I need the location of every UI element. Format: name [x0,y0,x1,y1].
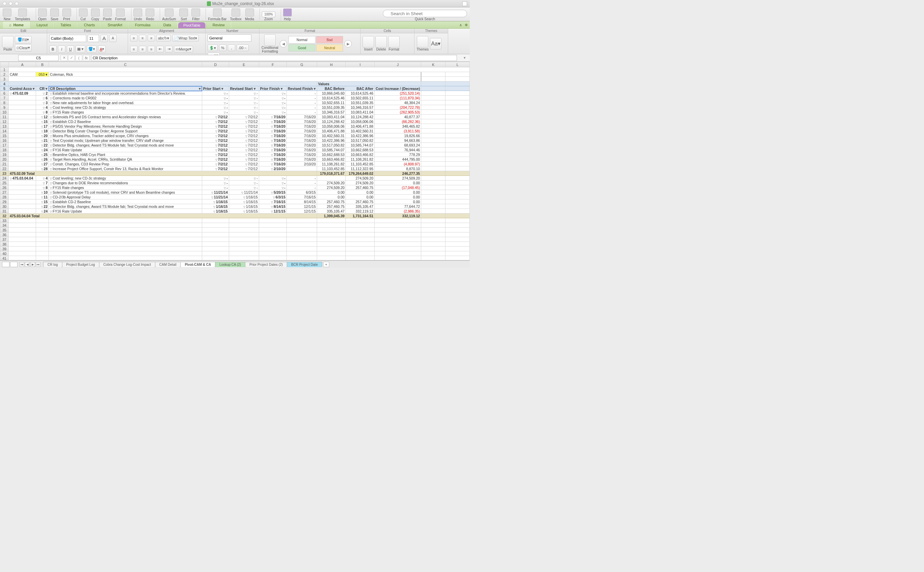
ribbon-tab-data[interactable]: Data [157,22,177,28]
sheet-tab-cam-detail[interactable]: CAM Detail [155,262,181,267]
conditional-formatting-button[interactable]: Conditional Formatting [261,34,278,53]
autosum-button[interactable]: AutoSum [162,8,176,21]
font-color-button[interactable]: A▾ [98,45,106,53]
normal-view-button[interactable] [2,262,9,267]
pivot-data-row[interactable]: 27▽10▽Solenoid (prototype TS coil module… [0,190,470,195]
media-button[interactable]: Media [245,8,254,21]
ribbon-tab-smartart[interactable]: SmartArt [101,22,128,28]
ribbon-tab-tables[interactable]: Tables [54,22,78,28]
col-L[interactable]: L [445,62,470,67]
style-prev-button[interactable]: ◀ [280,40,287,48]
pivot-data-row[interactable]: 17▽22▽Detector Bldg. changes; Award TS M… [0,143,470,148]
pivot-data-row[interactable]: 26▽8▽FY15 Rate changes▽-▽-▽--274,509.202… [0,185,470,190]
row-35[interactable]: 35 [0,228,470,232]
underline-button[interactable]: U [67,45,74,53]
col-I[interactable]: I [346,62,374,67]
cut-button[interactable]: Cut [79,8,88,21]
pivot-data-row[interactable]: 6▽475.02.09▽2▽Establish internal baselin… [0,91,470,96]
open-button[interactable]: Open [38,8,47,21]
page-layout-view-button[interactable] [10,262,17,267]
style-good[interactable]: Good [288,44,316,51]
cell-C2[interactable]: Coleman, Rick [49,72,421,77]
new-button[interactable]: New [3,8,11,21]
print-button[interactable]: Print [62,8,71,21]
percent-button[interactable]: % [219,45,226,51]
theme-fonts-button[interactable]: Aa▾ [430,38,442,50]
redo-button[interactable]: Redo [146,8,154,21]
grow-font-button[interactable]: A [100,35,108,42]
search-input[interactable] [383,10,467,17]
pivot-data-row[interactable]: 19▽25▽Beamline Optics, HAB Cryo Plant▽7/… [0,152,470,157]
close-window-button[interactable] [3,2,6,5]
accept-formula-button[interactable]: ✓ [68,55,75,61]
pivot-total-row[interactable]: 23475.02.09 Total179,018,371.67179,264,6… [0,171,470,176]
row-39[interactable]: 39 [0,247,470,251]
undo-button[interactable]: Undo [134,8,142,21]
pivot-data-row[interactable]: 15▽20▽Muons Plus simulations, Tracker ad… [0,134,470,138]
themes-button[interactable]: Themes [417,36,429,51]
align-middle-button[interactable]: ≡ [139,35,146,42]
toolbox-button[interactable]: Toolbox [230,8,241,21]
sheet-tab-lookup-ca-2-[interactable]: Lookup CA (2) [215,262,245,267]
pivot-data-row[interactable]: 16▽21▽Test Cryostat mods; Upstream pbar … [0,138,470,143]
pivot-data-row[interactable]: 10▽8▽FY15 Rate changes▽-▽-▽--10,346,316.… [0,110,470,115]
number-format-select[interactable] [208,34,251,42]
fullscreen-button[interactable] [462,2,467,6]
formula-builder-button[interactable]: ( [75,55,82,61]
pivot-data-row[interactable]: 7▽6▽Corrections made to CR002▽-▽-▽--10,6… [0,96,470,100]
worksheet-grid[interactable]: A B C D E F G H I J K L 1 2 CAM 053 ▾ Co… [0,62,470,260]
merge-button[interactable]: ▭ Merge ▾ [174,46,193,53]
fill-button[interactable]: 🪣 Fill ▾ [15,36,32,44]
sheet-tab-project-budget-log[interactable]: Project Budget Log [62,262,100,267]
paste-button[interactable]: Paste [2,36,14,51]
col-D[interactable]: D [202,62,229,67]
hdr-prior-start[interactable]: Prior Start ▾ [202,86,229,91]
insert-cells-button[interactable]: Insert [362,36,374,51]
delete-cells-button[interactable]: Delete [375,36,387,51]
ribbon-tab-layout[interactable]: Layout [30,22,54,28]
pivot-data-row[interactable]: 30▽22▽Detector Bldg. changes; Award TS M… [0,204,470,209]
col-A[interactable]: A [8,62,36,67]
decrease-indent-button[interactable]: ⇤ [156,46,164,53]
increase-indent-button[interactable]: ⇥ [165,46,173,53]
align-center-button[interactable]: ≡ [139,46,146,53]
align-left-button[interactable]: ≡ [130,46,137,53]
hdr-revised-start[interactable]: Revised Start ▾ [229,86,259,91]
tab-nav-first[interactable]: ⏮ [20,262,24,267]
pivot-data-row[interactable]: 25▽7▽Changes due to DOE Review recommend… [0,180,470,185]
templates-button[interactable]: Templates [15,8,30,21]
sheet-tab-prior-project-dates-2-[interactable]: Prior Project Dates (2) [245,262,287,267]
tab-nav-next[interactable]: ▶ [30,262,35,267]
ribbon-tab-review[interactable]: Review [206,22,231,28]
col-B[interactable]: B [36,62,49,67]
sheet-tab-cobra-change-log-cost-impact[interactable]: Cobra Change Log-Cost Impact [99,262,156,267]
pivot-data-row[interactable]: 12▽15▽Establish CD-2 Baseline▽7/2/12▽7/2… [0,119,470,124]
cell-A2[interactable]: CAM [8,72,36,77]
italic-button[interactable]: I [58,45,65,53]
col-J[interactable]: J [374,62,421,67]
row-33[interactable]: 33 [0,218,470,223]
save-button[interactable]: Save [50,8,59,21]
hdr-cr[interactable]: CR ▾ [36,86,49,91]
zoom-control[interactable]: 100% Zoom [262,11,275,21]
minimize-window-button[interactable] [9,2,12,5]
increase-decimal-button[interactable]: .00→ [236,45,249,51]
ribbon-tab-formulas[interactable]: Formulas [129,22,157,28]
pivot-data-row[interactable]: 22▽28▽Increase Project Office Support, C… [0,166,470,171]
col-K[interactable]: K [421,62,445,67]
hdr-revised-finish[interactable]: Revised Finish ▾ [287,86,317,91]
bold-button[interactable]: B [49,45,57,53]
clear-button[interactable]: ◇ Clear ▾ [15,44,32,51]
align-right-button[interactable]: ≡ [148,46,155,53]
zoom-window-button[interactable] [15,2,19,5]
filter-button[interactable]: Filter [191,8,200,21]
hdr-cr-description[interactable]: CR Description ▾ [49,86,202,91]
ribbon-settings-button[interactable]: ✲ [465,23,468,27]
ribbon-tab-charts[interactable]: Charts [78,22,101,28]
col-G[interactable]: G [287,62,317,67]
sheet-tab-cr-log[interactable]: CR log [43,262,62,267]
pivot-data-row[interactable]: 28▽11▽CD-2/3b Approval Delay▽11/21/14▽1/… [0,195,470,199]
align-top-button[interactable]: ≡ [130,35,137,42]
hdr-control-account[interactable]: Control Acco ▾ [8,86,36,91]
comma-button[interactable]: , [228,45,235,51]
